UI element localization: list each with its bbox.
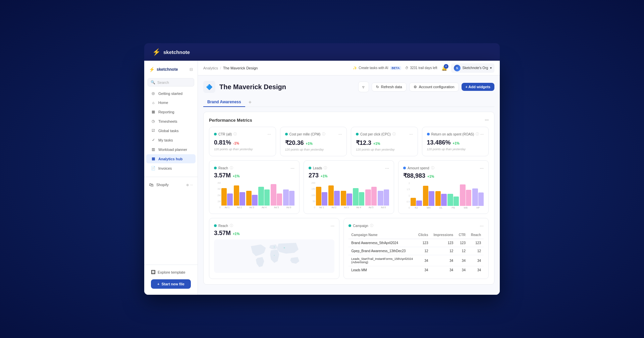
metric-card-roas: Return on ads spent (ROAS) ⓘ ··· 13.486%… bbox=[422, 127, 489, 156]
metric-label-text: Cost per click (CPC) bbox=[360, 132, 391, 136]
metric-value-text: 0.81% bbox=[214, 139, 231, 146]
metric-more-icon[interactable]: ··· bbox=[480, 132, 484, 136]
metric-more-icon[interactable]: ··· bbox=[267, 132, 271, 136]
metric-more-icon[interactable]: ··· bbox=[409, 132, 413, 136]
campaign-name-cell: Leads MM bbox=[348, 266, 416, 274]
info-icon[interactable]: ⓘ bbox=[322, 132, 325, 136]
reach-map-card: Reach ⓘ ··· 3.57M +1% bbox=[209, 218, 339, 279]
col-ctr: CTR bbox=[456, 231, 468, 239]
info-icon[interactable]: ⓘ bbox=[476, 132, 479, 136]
table-row: Leads_StartTrail_InstantForms_15thApril2… bbox=[348, 255, 484, 266]
metric-more-icon[interactable]: ··· bbox=[338, 132, 342, 136]
metric-label-text: CTR (all) bbox=[218, 132, 232, 136]
breadcrumb-separator: / bbox=[220, 66, 221, 70]
account-config-btn[interactable]: ⚙ Account configuration bbox=[409, 82, 459, 92]
refresh-data-btn[interactable]: ↻ Refresh data bbox=[372, 82, 407, 92]
chart-more-icon[interactable]: ··· bbox=[290, 165, 294, 171]
metric-dot bbox=[309, 167, 311, 169]
ai-btn-label: Create tasks with AI bbox=[359, 66, 388, 70]
search-label: Search bbox=[157, 80, 169, 84]
chart-value-text: 273 bbox=[309, 172, 319, 179]
svg-point-0 bbox=[284, 247, 285, 248]
tab-add-btn[interactable]: + bbox=[247, 98, 254, 107]
info-icon[interactable]: ⓘ bbox=[324, 166, 327, 170]
shopify-add-icon[interactable]: ⊕ bbox=[186, 183, 189, 187]
chart-more-icon[interactable]: ··· bbox=[480, 165, 484, 171]
explore-template-btn[interactable]: 🔲 Explore template bbox=[148, 268, 194, 277]
chart-change: +1% bbox=[321, 174, 327, 178]
metric-dot bbox=[214, 133, 217, 135]
ctr-cell: 123 bbox=[456, 239, 468, 247]
info-icon[interactable]: ⓘ bbox=[431, 166, 434, 170]
sidebar-item-invoices[interactable]: 📄 Invoices bbox=[146, 164, 196, 173]
org-switcher-btn[interactable]: S Sketchnote's Org ▾ bbox=[451, 63, 494, 73]
filter-btn[interactable]: ▿ bbox=[358, 81, 369, 92]
sidebar-item-reporting[interactable]: ▦ Reporting bbox=[146, 107, 196, 116]
sidebar-toggle-icon[interactable]: ⊟ bbox=[190, 67, 193, 72]
create-tasks-ai-btn[interactable]: ✨ Create tasks with AI BETA bbox=[353, 66, 401, 70]
reporting-icon: ▦ bbox=[151, 110, 156, 114]
info-icon[interactable]: ⓘ bbox=[230, 223, 233, 228]
widget-more-icon[interactable]: ··· bbox=[485, 117, 489, 123]
breadcrumb-parent[interactable]: Analytics bbox=[203, 66, 218, 70]
tab-bar: Brand Awareness + bbox=[203, 98, 494, 107]
campaign-name-cell: Leads_StartTrail_InstantForms_15thApril2… bbox=[348, 255, 416, 266]
chart-change: +1% bbox=[427, 175, 434, 178]
info-icon[interactable]: ⓘ bbox=[230, 166, 233, 170]
sidebar-item-timesheets[interactable]: ◷ Timesheets bbox=[146, 117, 196, 126]
reach-cell: 34 bbox=[468, 266, 484, 274]
sidebar-item-analytics-hub[interactable]: ▦ Analytics hub bbox=[146, 154, 196, 163]
trail-info: ⏱ 3231 trail days left bbox=[405, 66, 437, 70]
notifications-btn[interactable]: 🔔 4 bbox=[441, 65, 447, 71]
metric-change: +1% bbox=[453, 142, 460, 145]
chart-more-icon[interactable]: ··· bbox=[385, 165, 389, 171]
clicks-cell: 12 bbox=[416, 247, 431, 255]
metric-value-text: 13.486% bbox=[427, 139, 451, 146]
breadcrumb-current: The Maverick Design bbox=[223, 66, 258, 70]
shopify-more-icon[interactable]: ··· bbox=[190, 183, 193, 187]
info-icon[interactable]: ⓘ bbox=[370, 223, 373, 228]
chart-value-text: ₹88,983 bbox=[403, 172, 425, 179]
metric-dot bbox=[285, 133, 288, 135]
metric-card-ctr: CTR (all) ⓘ ··· 0.81% -1% 120 points up bbox=[209, 127, 276, 156]
page-title: The Maverick Design bbox=[219, 83, 286, 91]
shopify-icon: 🛍 bbox=[149, 182, 154, 187]
world-map bbox=[214, 239, 334, 273]
main-content: Analytics / The Maverick Design ✨ Create… bbox=[198, 61, 500, 295]
campaign-more-icon[interactable]: ··· bbox=[480, 223, 484, 228]
info-icon[interactable]: ⓘ bbox=[392, 132, 396, 136]
impressions-cell: 12 bbox=[431, 247, 456, 255]
search-bar[interactable]: 🔍 Search bbox=[148, 78, 194, 87]
metrics-grid: CTR (all) ⓘ ··· 0.81% -1% 120 points up bbox=[209, 127, 489, 156]
performance-metrics-widget: Performance Metrics ··· CTR (all) bbox=[203, 112, 494, 285]
sidebar-item-workload-planner[interactable]: ▥ Workload planner bbox=[146, 145, 196, 154]
sidebar-item-label: Invoices bbox=[158, 166, 172, 170]
sidebar-item-my-tasks[interactable]: ✓ My tasks bbox=[146, 135, 196, 145]
metric-card-cpc: Cost per click (CPC) ⓘ ··· ₹12.3 +1% 120 bbox=[351, 127, 418, 156]
charts-grid: Reach ⓘ ··· 3.57M +1% bbox=[209, 160, 489, 214]
start-new-file-btn[interactable]: + Start new file bbox=[151, 279, 191, 289]
sidebar-item-label: Analytics hub bbox=[158, 157, 182, 161]
timesheets-icon: ◷ bbox=[151, 119, 156, 123]
campaign-name-cell: Gpep_Brand Awareness_13thDec23 bbox=[348, 247, 416, 255]
trail-icon: ⏱ bbox=[405, 66, 409, 70]
dash-title-area: 🔷 The Maverick Design bbox=[203, 81, 286, 93]
reach-more-icon[interactable]: ··· bbox=[331, 223, 335, 228]
sidebar-nav: ◎ Getting started ⌂ Home ▦ Reporting ◷ T… bbox=[144, 89, 198, 265]
sidebar-item-global-tasks[interactable]: ☑ Global tasks bbox=[146, 126, 196, 135]
global-logo: ⚡ sketchnote bbox=[152, 48, 190, 56]
global-logo-text: sketchnote bbox=[163, 49, 190, 55]
info-icon[interactable]: ⓘ bbox=[233, 132, 237, 136]
explore-template-icon: 🔲 bbox=[151, 270, 156, 274]
sidebar-item-home[interactable]: ⌂ Home bbox=[146, 98, 196, 107]
reach-cell: 123 bbox=[468, 239, 484, 247]
add-widgets-btn[interactable]: + Add widgets bbox=[462, 83, 494, 91]
sidebar-item-getting-started[interactable]: ◎ Getting started bbox=[146, 89, 196, 98]
tab-brand-awareness[interactable]: Brand Awareness bbox=[203, 98, 245, 107]
dash-icon: 🔷 bbox=[203, 81, 215, 93]
reach-map-change: +1% bbox=[233, 232, 239, 236]
sidebar-item-shopify[interactable]: 🛍 Shopify ⊕ ··· bbox=[144, 180, 198, 190]
reach-cell: 12 bbox=[468, 247, 484, 255]
trail-days-label: 3231 trail days left bbox=[410, 66, 437, 70]
org-name: Sketchnote's Org bbox=[463, 66, 488, 70]
